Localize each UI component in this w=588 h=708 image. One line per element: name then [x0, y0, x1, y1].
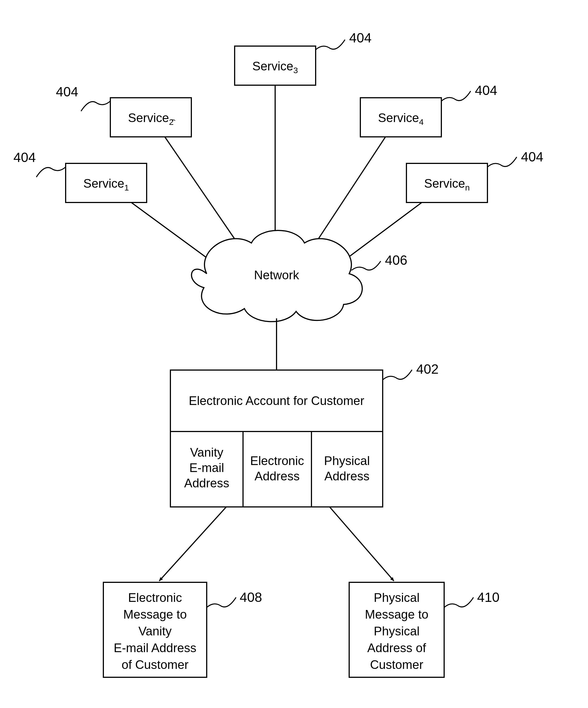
physical-ref-leader [444, 597, 473, 608]
service-1-sub: 1 [124, 183, 129, 192]
service-3-box: Service3 [235, 46, 316, 85]
email-l3: Vanity [138, 624, 172, 638]
service-4-label: Service [378, 111, 419, 124]
email-ref: 408 [240, 590, 262, 604]
line-sn-cloud [340, 203, 422, 264]
arrow-to-physical-msg [330, 507, 394, 581]
email-ref-leader [207, 597, 236, 608]
service-2-ref-leader [81, 101, 110, 111]
email-l1: Electronic [128, 591, 182, 604]
service-4-ref: 404 [475, 83, 497, 98]
account-ref: 402 [416, 362, 439, 377]
service-n-box: Servicen [406, 164, 488, 203]
service-4-sub: 4 [419, 117, 424, 126]
line-s4-cloud [316, 137, 385, 243]
service-3-sub: 3 [293, 66, 298, 75]
service-1-ref: 404 [13, 150, 36, 165]
account-col2-l1: Electronic [250, 454, 304, 468]
service-1-box: Service1 [66, 164, 147, 203]
svg-text:Service4: Service4 [378, 111, 423, 126]
email-l2: Message to [123, 608, 186, 621]
account-ref-leader [383, 370, 412, 380]
physical-l1: Physical [374, 591, 419, 604]
physical-l4: Address of [367, 641, 426, 655]
line-s2-cloud [165, 137, 237, 243]
service-1-label: Service [83, 177, 124, 190]
account-col1-l1: Vanity [190, 445, 223, 459]
physical-l5: Customer [370, 658, 423, 671]
account-block: Electronic Account for Customer Vanity E… [170, 370, 383, 507]
network-label: Network [254, 268, 299, 282]
svg-text:Service1: Service1 [83, 177, 129, 192]
service-2-ref: 404 [56, 84, 78, 99]
physical-l2: Message to [365, 608, 428, 621]
account-col1-l2: E-mail [189, 461, 224, 474]
email-l4: E-mail Address [114, 641, 196, 655]
service-2-sub: 2 [169, 117, 174, 126]
service-1-ref-leader [36, 167, 66, 177]
service-n-label: Service [424, 177, 465, 190]
service-4-box: Service4 [360, 98, 441, 137]
svg-text:Service2: Service2 [128, 111, 174, 126]
line-s1-cloud [131, 203, 215, 264]
diagram-canvas: Service3 404 Service2 404 Service4 404 S… [0, 0, 588, 708]
physical-message-box: Physical Message to Physical Address of … [349, 582, 444, 677]
svg-text:Servicen: Servicen [424, 177, 470, 192]
service-3-ref-leader [316, 40, 345, 50]
service-3-ref: 404 [349, 30, 372, 45]
service-n-sub: n [465, 183, 470, 192]
arrow-to-email-msg [159, 507, 226, 581]
service-2-label: Service [128, 111, 169, 124]
network-ref: 406 [385, 253, 407, 268]
physical-l3: Physical [374, 624, 419, 638]
service-n-ref-leader [488, 157, 517, 167]
physical-ref: 410 [477, 590, 499, 604]
account-title: Electronic Account for Customer [189, 394, 364, 408]
service-n-ref: 404 [521, 149, 543, 164]
service-2-box: Service2 [110, 98, 192, 137]
service-3-label: Service [252, 59, 293, 73]
account-col3-l2: Address [324, 469, 369, 483]
network-cloud: Network [192, 230, 362, 322]
account-col2-l2: Address [255, 469, 299, 483]
network-ref-leader [351, 261, 381, 270]
account-col1-l3: Address [184, 476, 229, 490]
account-col3-l1: Physical [324, 454, 370, 468]
email-l5: of Customer [121, 658, 188, 671]
service-4-ref-leader [441, 91, 471, 101]
svg-text:Service3: Service3 [252, 59, 298, 75]
email-message-box: Electronic Message to Vanity E-mail Addr… [104, 582, 207, 677]
